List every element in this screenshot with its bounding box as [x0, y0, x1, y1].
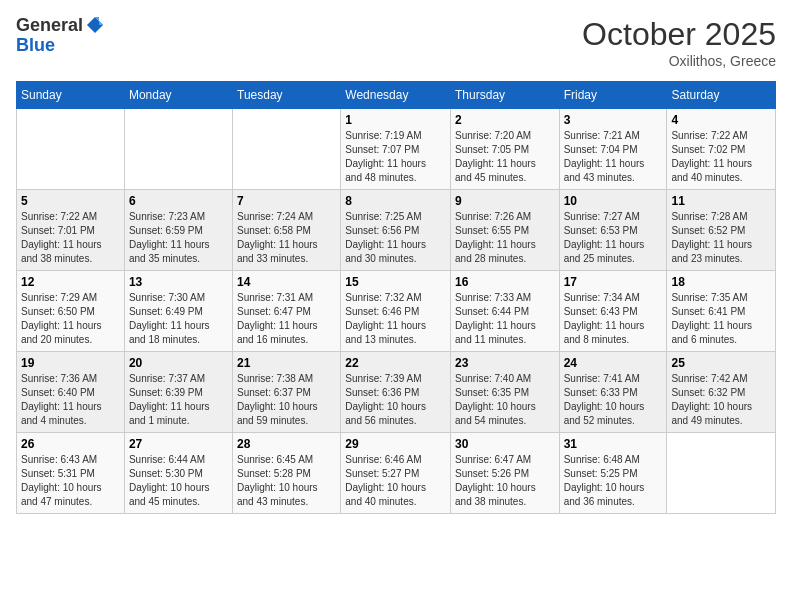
- calendar-cell: 16Sunrise: 7:33 AM Sunset: 6:44 PM Dayli…: [451, 271, 560, 352]
- day-number: 18: [671, 275, 771, 289]
- day-info: Sunrise: 7:19 AM Sunset: 7:07 PM Dayligh…: [345, 129, 446, 185]
- calendar-cell: 3Sunrise: 7:21 AM Sunset: 7:04 PM Daylig…: [559, 109, 667, 190]
- day-info: Sunrise: 7:27 AM Sunset: 6:53 PM Dayligh…: [564, 210, 663, 266]
- calendar-cell: 23Sunrise: 7:40 AM Sunset: 6:35 PM Dayli…: [451, 352, 560, 433]
- day-number: 28: [237, 437, 336, 451]
- week-row-1: 5Sunrise: 7:22 AM Sunset: 7:01 PM Daylig…: [17, 190, 776, 271]
- calendar-cell: 1Sunrise: 7:19 AM Sunset: 7:07 PM Daylig…: [341, 109, 451, 190]
- calendar-cell: 9Sunrise: 7:26 AM Sunset: 6:55 PM Daylig…: [451, 190, 560, 271]
- day-number: 2: [455, 113, 555, 127]
- day-number: 4: [671, 113, 771, 127]
- day-number: 7: [237, 194, 336, 208]
- day-info: Sunrise: 6:48 AM Sunset: 5:25 PM Dayligh…: [564, 453, 663, 509]
- day-number: 14: [237, 275, 336, 289]
- day-number: 13: [129, 275, 228, 289]
- header-wednesday: Wednesday: [341, 82, 451, 109]
- day-number: 1: [345, 113, 446, 127]
- day-info: Sunrise: 7:22 AM Sunset: 7:02 PM Dayligh…: [671, 129, 771, 185]
- day-info: Sunrise: 6:45 AM Sunset: 5:28 PM Dayligh…: [237, 453, 336, 509]
- day-info: Sunrise: 7:42 AM Sunset: 6:32 PM Dayligh…: [671, 372, 771, 428]
- header-row: SundayMondayTuesdayWednesdayThursdayFrid…: [17, 82, 776, 109]
- calendar-cell: 2Sunrise: 7:20 AM Sunset: 7:05 PM Daylig…: [451, 109, 560, 190]
- logo-blue: Blue: [16, 36, 105, 56]
- day-info: Sunrise: 7:20 AM Sunset: 7:05 PM Dayligh…: [455, 129, 555, 185]
- day-number: 24: [564, 356, 663, 370]
- location: Oxilithos, Greece: [582, 53, 776, 69]
- day-info: Sunrise: 7:36 AM Sunset: 6:40 PM Dayligh…: [21, 372, 120, 428]
- calendar-cell: 11Sunrise: 7:28 AM Sunset: 6:52 PM Dayli…: [667, 190, 776, 271]
- calendar-cell: 19Sunrise: 7:36 AM Sunset: 6:40 PM Dayli…: [17, 352, 125, 433]
- week-row-0: 1Sunrise: 7:19 AM Sunset: 7:07 PM Daylig…: [17, 109, 776, 190]
- day-info: Sunrise: 7:38 AM Sunset: 6:37 PM Dayligh…: [237, 372, 336, 428]
- calendar-cell: [17, 109, 125, 190]
- day-number: 8: [345, 194, 446, 208]
- day-number: 3: [564, 113, 663, 127]
- day-info: Sunrise: 6:43 AM Sunset: 5:31 PM Dayligh…: [21, 453, 120, 509]
- calendar-cell: 29Sunrise: 6:46 AM Sunset: 5:27 PM Dayli…: [341, 433, 451, 514]
- day-number: 16: [455, 275, 555, 289]
- day-info: Sunrise: 6:44 AM Sunset: 5:30 PM Dayligh…: [129, 453, 228, 509]
- calendar-cell: 13Sunrise: 7:30 AM Sunset: 6:49 PM Dayli…: [124, 271, 232, 352]
- day-info: Sunrise: 7:22 AM Sunset: 7:01 PM Dayligh…: [21, 210, 120, 266]
- day-info: Sunrise: 7:30 AM Sunset: 6:49 PM Dayligh…: [129, 291, 228, 347]
- day-info: Sunrise: 7:32 AM Sunset: 6:46 PM Dayligh…: [345, 291, 446, 347]
- calendar-cell: [667, 433, 776, 514]
- day-info: Sunrise: 7:29 AM Sunset: 6:50 PM Dayligh…: [21, 291, 120, 347]
- day-number: 10: [564, 194, 663, 208]
- calendar-cell: 7Sunrise: 7:24 AM Sunset: 6:58 PM Daylig…: [233, 190, 341, 271]
- day-number: 5: [21, 194, 120, 208]
- calendar-cell: 8Sunrise: 7:25 AM Sunset: 6:56 PM Daylig…: [341, 190, 451, 271]
- day-number: 15: [345, 275, 446, 289]
- day-info: Sunrise: 7:34 AM Sunset: 6:43 PM Dayligh…: [564, 291, 663, 347]
- day-info: Sunrise: 7:41 AM Sunset: 6:33 PM Dayligh…: [564, 372, 663, 428]
- calendar-cell: 24Sunrise: 7:41 AM Sunset: 6:33 PM Dayli…: [559, 352, 667, 433]
- calendar-cell: 27Sunrise: 6:44 AM Sunset: 5:30 PM Dayli…: [124, 433, 232, 514]
- calendar-cell: 30Sunrise: 6:47 AM Sunset: 5:26 PM Dayli…: [451, 433, 560, 514]
- page-header: General Blue October 2025 Oxilithos, Gre…: [16, 16, 776, 69]
- calendar-cell: 31Sunrise: 6:48 AM Sunset: 5:25 PM Dayli…: [559, 433, 667, 514]
- day-number: 30: [455, 437, 555, 451]
- day-info: Sunrise: 6:47 AM Sunset: 5:26 PM Dayligh…: [455, 453, 555, 509]
- day-number: 21: [237, 356, 336, 370]
- day-info: Sunrise: 7:31 AM Sunset: 6:47 PM Dayligh…: [237, 291, 336, 347]
- header-monday: Monday: [124, 82, 232, 109]
- day-number: 12: [21, 275, 120, 289]
- day-number: 9: [455, 194, 555, 208]
- day-number: 6: [129, 194, 228, 208]
- day-number: 31: [564, 437, 663, 451]
- calendar-cell: 10Sunrise: 7:27 AM Sunset: 6:53 PM Dayli…: [559, 190, 667, 271]
- calendar-cell: 12Sunrise: 7:29 AM Sunset: 6:50 PM Dayli…: [17, 271, 125, 352]
- calendar-cell: 22Sunrise: 7:39 AM Sunset: 6:36 PM Dayli…: [341, 352, 451, 433]
- day-number: 27: [129, 437, 228, 451]
- day-number: 29: [345, 437, 446, 451]
- calendar-cell: 14Sunrise: 7:31 AM Sunset: 6:47 PM Dayli…: [233, 271, 341, 352]
- calendar-cell: 28Sunrise: 6:45 AM Sunset: 5:28 PM Dayli…: [233, 433, 341, 514]
- calendar-cell: 18Sunrise: 7:35 AM Sunset: 6:41 PM Dayli…: [667, 271, 776, 352]
- day-info: Sunrise: 7:24 AM Sunset: 6:58 PM Dayligh…: [237, 210, 336, 266]
- header-friday: Friday: [559, 82, 667, 109]
- day-info: Sunrise: 7:26 AM Sunset: 6:55 PM Dayligh…: [455, 210, 555, 266]
- day-number: 11: [671, 194, 771, 208]
- day-info: Sunrise: 7:35 AM Sunset: 6:41 PM Dayligh…: [671, 291, 771, 347]
- calendar-cell: 26Sunrise: 6:43 AM Sunset: 5:31 PM Dayli…: [17, 433, 125, 514]
- calendar-cell: [233, 109, 341, 190]
- calendar-cell: 25Sunrise: 7:42 AM Sunset: 6:32 PM Dayli…: [667, 352, 776, 433]
- day-number: 26: [21, 437, 120, 451]
- header-tuesday: Tuesday: [233, 82, 341, 109]
- day-number: 25: [671, 356, 771, 370]
- week-row-3: 19Sunrise: 7:36 AM Sunset: 6:40 PM Dayli…: [17, 352, 776, 433]
- header-saturday: Saturday: [667, 82, 776, 109]
- day-info: Sunrise: 7:33 AM Sunset: 6:44 PM Dayligh…: [455, 291, 555, 347]
- title-section: October 2025 Oxilithos, Greece: [582, 16, 776, 69]
- calendar-cell: 15Sunrise: 7:32 AM Sunset: 6:46 PM Dayli…: [341, 271, 451, 352]
- day-number: 22: [345, 356, 446, 370]
- day-info: Sunrise: 7:37 AM Sunset: 6:39 PM Dayligh…: [129, 372, 228, 428]
- calendar-cell: 6Sunrise: 7:23 AM Sunset: 6:59 PM Daylig…: [124, 190, 232, 271]
- calendar-cell: 21Sunrise: 7:38 AM Sunset: 6:37 PM Dayli…: [233, 352, 341, 433]
- logo-general: General: [16, 16, 83, 36]
- day-info: Sunrise: 7:25 AM Sunset: 6:56 PM Dayligh…: [345, 210, 446, 266]
- day-info: Sunrise: 7:39 AM Sunset: 6:36 PM Dayligh…: [345, 372, 446, 428]
- header-thursday: Thursday: [451, 82, 560, 109]
- logo: General Blue: [16, 16, 105, 56]
- day-number: 17: [564, 275, 663, 289]
